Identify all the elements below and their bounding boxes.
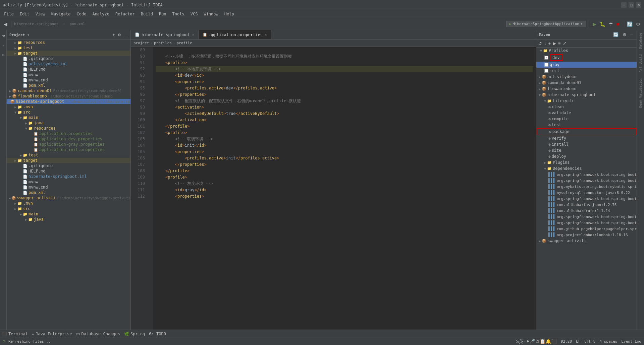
spring-tab[interactable]: 🌿 Spring <box>122 330 147 338</box>
maven-refresh-button[interactable]: 🔄 <box>612 31 619 38</box>
tree-item-main[interactable]: ▼📁main <box>7 115 130 120</box>
tree-item-help-md[interactable]: 📄HELP.md <box>7 168 130 174</box>
tree-item-pom-xml[interactable]: 📄pom.xml <box>7 83 130 88</box>
tree-item-flowabledemo[interactable]: ▶📦flowabledemoF:\demo\activity\flowabled… <box>7 93 130 99</box>
code-line-91[interactable]: <profile> <box>156 60 533 66</box>
profile-init-checkbox[interactable]: ✓ <box>544 69 548 73</box>
dep-6[interactable]: ▌▌▌com.alibaba:fastjson:1.2.76 <box>536 202 637 208</box>
code-line-111[interactable]: <id>gray</id> <box>156 187 533 193</box>
code-line-94[interactable]: <properties> <box>156 79 533 85</box>
database-changes-tab[interactable]: 🗃 Database Changes <box>74 330 122 338</box>
tree-item-java[interactable]: ▶📁java <box>7 217 130 222</box>
favorites-icon[interactable]: ★ <box>1 42 6 49</box>
profile-dev-checkbox[interactable]: ✓ <box>544 56 548 60</box>
maven-add-btn[interactable]: + <box>548 40 552 47</box>
tree-item-application-init-properties[interactable]: 📋application-init.properties <box>7 147 130 152</box>
project-icon[interactable]: P <box>1 33 6 39</box>
tree-item-application-properties[interactable]: 📋application.properties <box>7 131 130 136</box>
back-button[interactable]: ◀ <box>3 20 8 28</box>
art-build-tab[interactable]: Art Build <box>639 54 642 72</box>
maven-download-btn[interactable]: ↓ <box>543 40 547 47</box>
tree-item-src[interactable]: ▶📁src <box>7 206 130 211</box>
maven-install[interactable]: ⚙install <box>536 141 637 147</box>
code-line-93[interactable]: <id>dev</id> <box>156 72 533 79</box>
maven-lifecycle[interactable]: ▼ 📁 Lifecycle <box>536 98 637 104</box>
maven-site[interactable]: ⚙site <box>536 147 637 153</box>
tree-item--gitignore[interactable]: 📄.gitignore <box>7 56 130 61</box>
dep-1[interactable]: ▌▌▌org.springframework.boot:spring-boot-… <box>536 171 637 178</box>
menu-code[interactable]: Code <box>74 11 89 17</box>
menu-tools[interactable]: Tools <box>170 11 187 17</box>
dep-11[interactable]: ▌▌▌org.projectlombok:lombok:1.18.16 <box>536 232 637 238</box>
settings-icon[interactable]: ⚙ <box>117 31 122 38</box>
tree-item-mvnw[interactable]: 📄mvnw <box>7 72 130 77</box>
minimize-button[interactable]: ─ <box>621 2 627 8</box>
tree-item-swagger-activiti[interactable]: ▶📦swagger-activitiF:\demo\activity\swagg… <box>7 195 130 201</box>
tree-item-test[interactable]: ▶📁test <box>7 45 130 51</box>
database-tab[interactable]: Database <box>639 33 642 49</box>
dep-3[interactable]: ▌▌▌org.mybatis.spring.boot:mybatis-sprin… <box>536 184 637 190</box>
event-log-button[interactable]: Event Log <box>621 339 641 344</box>
tree-item-resources[interactable]: ▶📁resources <box>7 40 130 45</box>
code-line-103[interactable]: <!-- 联调环境 --> <box>156 136 533 142</box>
maven-close-button[interactable]: ─ <box>630 31 634 38</box>
menu-vcs[interactable]: VCS <box>188 11 201 17</box>
dep-4[interactable]: ▌▌▌mysql:mysql-connector-java:8.0.22 <box>536 190 637 196</box>
menu-build[interactable]: Build <box>138 11 156 17</box>
dep-8[interactable]: ▌▌▌org.springframework.boot:spring-boot-… <box>536 214 637 220</box>
maven-verify[interactable]: ⚙verify <box>536 135 637 141</box>
tree-item-application-dev-properties[interactable]: 📋application-dev.properties <box>7 136 130 142</box>
maven-validate[interactable]: ⚙validate <box>536 110 637 116</box>
run-config-selector[interactable]: ▶ HibernateSpringbootApplication ▾ <box>506 21 586 27</box>
code-line-101[interactable]: </profile> <box>156 123 533 130</box>
indent-indicator[interactable]: 4 spaces <box>599 339 617 344</box>
code-line-106[interactable]: <profiles.active>init</profiles.active> <box>156 155 533 161</box>
code-line-96[interactable]: </properties> <box>156 91 533 98</box>
maven-test[interactable]: ⚙test <box>536 122 637 128</box>
maximize-button[interactable]: □ <box>629 2 634 8</box>
code-line-99[interactable]: <activeByDefault>true</activeByDefault> <box>156 111 533 117</box>
bc-profiles[interactable]: profiles <box>154 41 172 45</box>
dep-10[interactable]: ▌▌▌com.github.pagehelper:pagehelper-spri… <box>536 226 637 232</box>
tree-item-mvnw[interactable]: 📄mvnw <box>7 179 130 185</box>
code-line-100[interactable]: </activation> <box>156 117 533 123</box>
maven-compile[interactable]: ⚙compile <box>536 116 637 122</box>
dep-2[interactable]: ▌▌▌org.springframework.boot:spring-boot-… <box>536 178 637 184</box>
coverage-button[interactable]: ☂ <box>608 20 614 28</box>
tree-item-help-md[interactable]: 📄HELP.md <box>7 67 130 72</box>
code-line-92[interactable]: <!-- 本地开发环境 --> <box>156 66 533 72</box>
tree-item-activitydemo-iml[interactable]: 📄activitydemo.iml <box>7 61 130 67</box>
menu-edit[interactable]: Edit <box>17 11 32 17</box>
sync-button[interactable]: 🔄 <box>626 20 634 28</box>
debug-button[interactable]: 🐛 <box>599 20 606 28</box>
code-line-110[interactable]: <!-- 灰度环境 --> <box>156 181 533 187</box>
tree-item-camunda-demo01[interactable]: ▶📦camunda-demo01F:\demo\activity\camunda… <box>7 88 130 93</box>
menu-navigate[interactable]: Navigate <box>49 11 73 17</box>
close-button[interactable]: ✕ <box>636 2 641 8</box>
tree-item-application-gray-properties[interactable]: 📋application-gray.properties <box>7 142 130 147</box>
tree-item-src[interactable]: ▼📁src <box>7 110 130 115</box>
maven-flowabledemo[interactable]: ▶ 📦 flowabledemo <box>536 86 637 92</box>
tree-item-target[interactable]: ▶📁target <box>7 51 130 56</box>
web-icon[interactable]: W <box>1 52 6 58</box>
terminal-tab[interactable]: ⬛ Terminal <box>0 330 30 338</box>
profile-gray[interactable]: ✓ gray <box>536 62 637 68</box>
tab-close-hibernate[interactable]: ✕ <box>192 32 195 37</box>
code-line-109[interactable]: <profile> <box>156 174 533 181</box>
menu-file[interactable]: File <box>1 11 16 17</box>
maven-settings-button[interactable]: ⚙ <box>622 31 627 38</box>
profile-init[interactable]: ✓ init <box>536 68 637 74</box>
menu-view[interactable]: View <box>33 11 48 17</box>
maven-activitydemo[interactable]: ▶ 📦 activitydemo <box>536 74 637 80</box>
menu-analyze[interactable]: Analyze <box>90 11 112 17</box>
menu-window[interactable]: Window <box>201 11 221 17</box>
maven-run-btn[interactable]: ▶ <box>552 40 557 47</box>
code-line-102[interactable]: <profile> <box>156 130 533 136</box>
stop-button[interactable]: ■ <box>615 20 620 28</box>
tree-item-pom-xml[interactable]: 📄pom.xml <box>7 190 130 195</box>
tree-item-java[interactable]: ▶📁java <box>7 120 130 126</box>
code-content[interactable]: <!--步骤一：多环境配置，根据不同的环境将对应的环境文量设置到项 <profi… <box>153 47 536 330</box>
dep-7[interactable]: ▌▌▌com.alibaba:druid:1.1.14 <box>536 208 637 214</box>
maven-profiles-header[interactable]: ▼ 📁 Profiles <box>536 48 637 54</box>
maven-swagger-activiti[interactable]: ▶ 📦 swagger-activiti <box>536 238 637 244</box>
